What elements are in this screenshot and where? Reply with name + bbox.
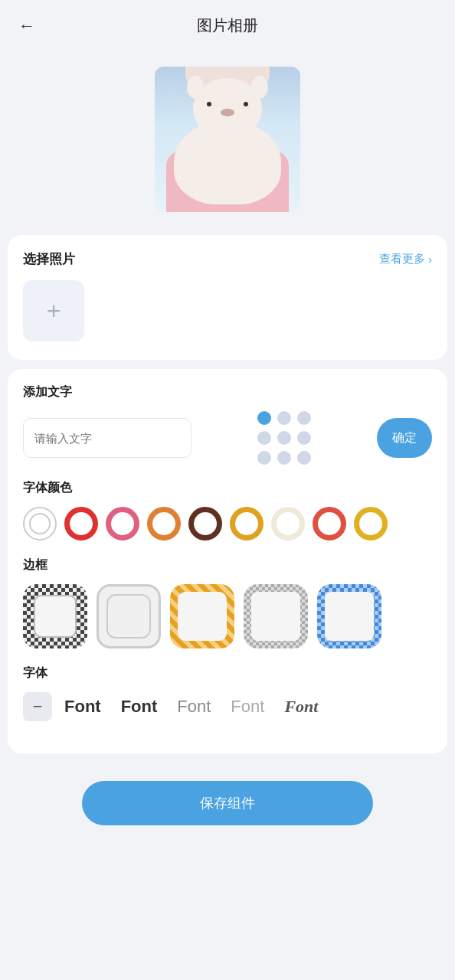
font-item-semibold[interactable]: Font <box>113 692 165 721</box>
frame-item-4[interactable] <box>244 584 308 648</box>
font-item-light[interactable]: Font <box>223 692 272 721</box>
font-item-normal[interactable]: Font <box>169 692 218 721</box>
save-button[interactable]: 保存组件 <box>82 781 373 825</box>
font-row: − Font Font Font Font Font <box>23 692 432 721</box>
select-photos-header: 选择照片 查看更多 › <box>23 250 432 268</box>
preview-image <box>155 67 300 212</box>
confirm-button[interactable]: 确定 <box>377 418 432 458</box>
select-photos-title: 选择照片 <box>23 250 75 268</box>
color-item-red[interactable] <box>64 507 98 541</box>
select-photos-section: 选择照片 查看更多 › + <box>8 235 447 360</box>
font-minus-button[interactable]: − <box>23 692 52 721</box>
plus-icon: + <box>47 299 61 323</box>
save-area: 保存组件 <box>0 763 455 856</box>
page-title: 图片相册 <box>197 15 258 36</box>
dot-grid <box>201 411 368 465</box>
dot-0[interactable] <box>257 411 271 425</box>
font-section: 字体 − Font Font Font Font Font <box>23 665 432 721</box>
add-photo-button[interactable]: + <box>23 280 84 341</box>
frame-item-1[interactable] <box>23 584 87 648</box>
color-row <box>23 507 432 544</box>
dot-4[interactable] <box>277 431 291 445</box>
border-section: 边框 <box>23 557 432 652</box>
text-input-row: 确定 <box>23 411 432 465</box>
dot-1[interactable] <box>277 411 291 425</box>
font-title: 字体 <box>23 665 432 681</box>
preview-area <box>0 44 455 235</box>
view-more-link[interactable]: 查看更多 › <box>379 252 432 266</box>
color-item-orange[interactable] <box>147 507 181 541</box>
frame-item-5[interactable] <box>317 584 381 648</box>
dot-2[interactable] <box>297 411 311 425</box>
color-item-cream[interactable] <box>271 507 305 541</box>
frame-item-3[interactable] <box>170 584 234 648</box>
font-item-italic[interactable]: Font <box>277 692 326 721</box>
chevron-right-icon: › <box>428 253 432 266</box>
add-text-title: 添加文字 <box>23 384 432 400</box>
color-item-coral[interactable] <box>313 507 346 541</box>
dot-5[interactable] <box>297 431 311 445</box>
text-input[interactable] <box>23 418 191 458</box>
font-item-bold[interactable]: Font <box>57 692 109 721</box>
color-item-yellow[interactable] <box>354 507 388 541</box>
header: ← 图片相册 <box>0 0 455 44</box>
dot-6[interactable] <box>257 451 271 465</box>
dot-3[interactable] <box>257 431 271 445</box>
back-button[interactable]: ← <box>18 16 35 36</box>
frames-row <box>23 584 432 652</box>
color-item-brown[interactable] <box>188 507 222 541</box>
font-color-section: 字体颜色 <box>23 480 432 544</box>
minus-icon: − <box>33 697 43 717</box>
frame-item-2[interactable] <box>97 584 161 648</box>
color-item-gold[interactable] <box>230 507 264 541</box>
font-color-title: 字体颜色 <box>23 480 432 496</box>
color-item-outline[interactable] <box>23 507 57 541</box>
dot-7[interactable] <box>277 451 291 465</box>
color-item-pink[interactable] <box>106 507 139 541</box>
border-title: 边框 <box>23 557 432 573</box>
dot-8[interactable] <box>297 451 311 465</box>
add-text-section: 添加文字 确定 字体颜色 <box>8 369 447 753</box>
